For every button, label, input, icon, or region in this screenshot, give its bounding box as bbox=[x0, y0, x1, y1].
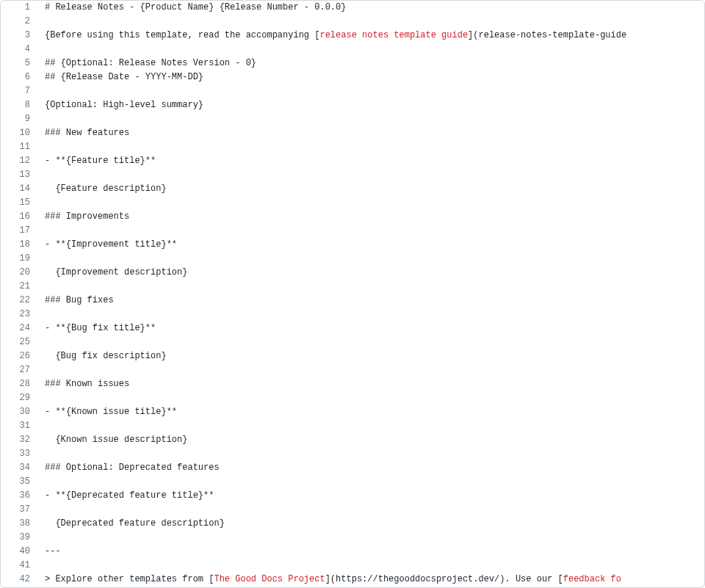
code-line[interactable]: 34### Optional: Deprecated features bbox=[1, 461, 704, 475]
line-content[interactable]: {Deprecated feature description} bbox=[37, 517, 704, 531]
code-line[interactable]: 30- **{Known issue title}** bbox=[1, 405, 704, 419]
line-number[interactable]: 2 bbox=[1, 15, 37, 29]
code-line[interactable]: 28### Known issues bbox=[1, 377, 704, 391]
line-content[interactable] bbox=[37, 112, 704, 126]
code-line[interactable]: 39 bbox=[1, 531, 704, 545]
line-content[interactable] bbox=[37, 168, 704, 182]
code-line[interactable]: 1# Release Notes - {Product Name} {Relea… bbox=[1, 1, 704, 15]
line-content[interactable]: {Optional: High-level summary} bbox=[37, 98, 704, 112]
line-number[interactable]: 11 bbox=[1, 140, 37, 154]
line-content[interactable]: {Feature description} bbox=[37, 182, 704, 196]
code-line[interactable]: 27 bbox=[1, 363, 704, 377]
line-number[interactable]: 4 bbox=[1, 43, 37, 57]
line-number[interactable]: 18 bbox=[1, 238, 37, 252]
line-number[interactable]: 9 bbox=[1, 112, 37, 126]
code-line[interactable]: 23 bbox=[1, 308, 704, 322]
code-line[interactable]: 21 bbox=[1, 280, 704, 294]
code-line[interactable]: 26 {Bug fix description} bbox=[1, 349, 704, 363]
code-line[interactable]: 42> Explore other templates from [The Go… bbox=[1, 573, 704, 587]
code-line[interactable]: 14 {Feature description} bbox=[1, 182, 704, 196]
code-line[interactable]: 37 bbox=[1, 503, 704, 517]
line-number[interactable]: 34 bbox=[1, 461, 37, 475]
code-line[interactable]: 2 bbox=[1, 15, 704, 29]
line-content[interactable] bbox=[37, 447, 704, 461]
line-number[interactable]: 39 bbox=[1, 531, 37, 545]
line-number[interactable]: 15 bbox=[1, 196, 37, 210]
code-line[interactable]: 12- **{Feature title}** bbox=[1, 154, 704, 168]
line-content[interactable]: --- bbox=[37, 545, 704, 559]
code-line[interactable]: 38 {Deprecated feature description} bbox=[1, 517, 704, 531]
line-content[interactable] bbox=[37, 531, 704, 545]
line-number[interactable]: 21 bbox=[1, 280, 37, 294]
code-line[interactable]: 18- **{Improvement title}** bbox=[1, 238, 704, 252]
code-line[interactable]: 33 bbox=[1, 447, 704, 461]
code-line[interactable]: 36- **{Deprecated feature title}** bbox=[1, 489, 704, 503]
line-number[interactable]: 13 bbox=[1, 168, 37, 182]
line-content[interactable]: ## {Release Date - YYYY-MM-DD} bbox=[37, 70, 704, 84]
line-number[interactable]: 40 bbox=[1, 545, 37, 559]
line-number[interactable]: 19 bbox=[1, 252, 37, 266]
line-number[interactable]: 26 bbox=[1, 349, 37, 363]
line-number[interactable]: 37 bbox=[1, 503, 37, 517]
line-number[interactable]: 22 bbox=[1, 294, 37, 308]
code-line[interactable]: 9 bbox=[1, 112, 704, 126]
code-line[interactable]: 11 bbox=[1, 140, 704, 154]
line-content[interactable] bbox=[37, 308, 704, 322]
line-number[interactable]: 29 bbox=[1, 391, 37, 405]
code-line[interactable]: 10### New features bbox=[1, 126, 704, 140]
line-number[interactable]: 30 bbox=[1, 405, 37, 419]
code-line[interactable]: 19 bbox=[1, 252, 704, 266]
code-line[interactable]: 25 bbox=[1, 335, 704, 349]
line-content[interactable]: - **{Feature title}** bbox=[37, 154, 704, 168]
code-line[interactable]: 20 {Improvement description} bbox=[1, 266, 704, 280]
code-line[interactable]: 13 bbox=[1, 168, 704, 182]
code-line[interactable]: 7 bbox=[1, 84, 704, 98]
code-line[interactable]: 40--- bbox=[1, 545, 704, 559]
line-number[interactable]: 6 bbox=[1, 70, 37, 84]
line-number[interactable]: 5 bbox=[1, 57, 37, 70]
line-content[interactable]: > Explore other templates from [The Good… bbox=[37, 573, 704, 587]
line-content[interactable] bbox=[37, 196, 704, 210]
line-content[interactable] bbox=[37, 140, 704, 154]
line-content[interactable] bbox=[37, 335, 704, 349]
line-number[interactable]: 38 bbox=[1, 517, 37, 531]
code-line[interactable]: 4 bbox=[1, 43, 704, 57]
line-content[interactable]: ### Bug fixes bbox=[37, 294, 704, 308]
line-content[interactable] bbox=[37, 363, 704, 377]
line-number[interactable]: 7 bbox=[1, 84, 37, 98]
line-number[interactable]: 36 bbox=[1, 489, 37, 503]
line-content[interactable] bbox=[37, 475, 704, 489]
code-line[interactable]: 3{Before using this template, read the a… bbox=[1, 29, 704, 43]
line-number[interactable]: 8 bbox=[1, 98, 37, 112]
line-number[interactable]: 3 bbox=[1, 29, 37, 43]
code-line[interactable]: 17 bbox=[1, 224, 704, 238]
line-content[interactable]: # Release Notes - {Product Name} {Releas… bbox=[37, 1, 704, 15]
code-line[interactable]: 6## {Release Date - YYYY-MM-DD} bbox=[1, 70, 704, 84]
line-content[interactable] bbox=[37, 15, 704, 29]
code-line[interactable]: 35 bbox=[1, 475, 704, 489]
line-number[interactable]: 16 bbox=[1, 210, 37, 224]
line-number[interactable]: 17 bbox=[1, 224, 37, 238]
code-line[interactable]: 31 bbox=[1, 419, 704, 433]
line-content[interactable]: - **{Deprecated feature title}** bbox=[37, 489, 704, 503]
line-content[interactable]: - **{Improvement title}** bbox=[37, 238, 704, 252]
line-content[interactable] bbox=[37, 503, 704, 517]
line-content[interactable]: {Before using this template, read the ac… bbox=[37, 29, 704, 43]
code-line[interactable]: 8{Optional: High-level summary} bbox=[1, 98, 704, 112]
code-line[interactable]: 22### Bug fixes bbox=[1, 294, 704, 308]
line-content[interactable]: ### Known issues bbox=[37, 377, 704, 391]
line-content[interactable]: ## {Optional: Release Notes Version - 0} bbox=[37, 57, 704, 70]
line-content[interactable] bbox=[37, 252, 704, 266]
code-line[interactable]: 41 bbox=[1, 559, 704, 573]
code-line[interactable]: 15 bbox=[1, 196, 704, 210]
line-number[interactable]: 27 bbox=[1, 363, 37, 377]
line-content[interactable] bbox=[37, 84, 704, 98]
line-number[interactable]: 32 bbox=[1, 433, 37, 447]
line-number[interactable]: 23 bbox=[1, 308, 37, 322]
line-number[interactable]: 41 bbox=[1, 559, 37, 573]
line-content[interactable]: ### Optional: Deprecated features bbox=[37, 461, 704, 475]
line-number[interactable]: 12 bbox=[1, 154, 37, 168]
line-number[interactable]: 24 bbox=[1, 322, 37, 335]
line-number[interactable]: 42 bbox=[1, 573, 37, 587]
line-content[interactable]: {Improvement description} bbox=[37, 266, 704, 280]
